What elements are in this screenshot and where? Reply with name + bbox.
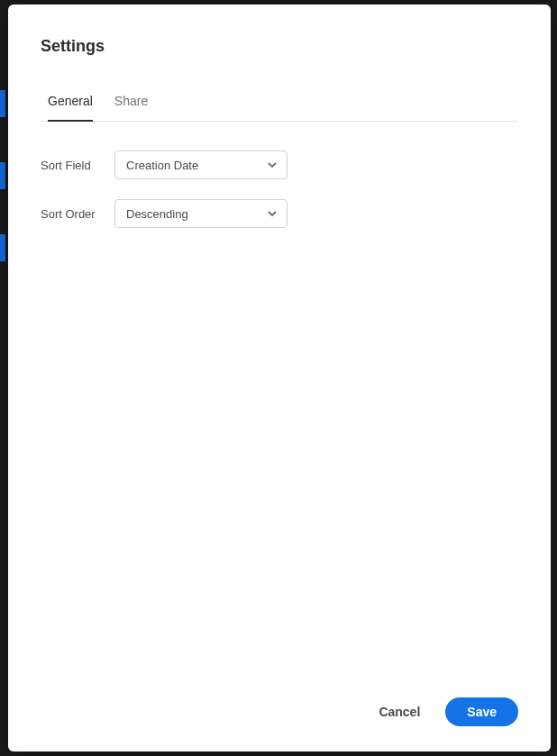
sort-order-label: Sort Order	[41, 207, 114, 221]
background-element	[0, 90, 5, 117]
sort-field-value: Creation Date	[126, 159, 198, 172]
form-row-sort-field: Sort Field Creation Date	[41, 150, 518, 179]
save-button[interactable]: Save	[445, 697, 518, 726]
chevron-down-icon	[267, 208, 278, 219]
sort-order-select[interactable]: Descending	[114, 199, 288, 228]
settings-dialog: Settings General Share Sort Field Creati…	[8, 5, 551, 751]
sort-order-value: Descending	[126, 207, 188, 221]
dialog-footer: Cancel Save	[41, 683, 518, 726]
tab-share[interactable]: Share	[114, 83, 148, 121]
background-element	[0, 234, 5, 261]
form-row-sort-order: Sort Order Descending	[41, 199, 518, 228]
chevron-down-icon	[267, 159, 278, 170]
sort-field-select[interactable]: Creation Date	[114, 150, 288, 179]
cancel-button[interactable]: Cancel	[373, 697, 425, 726]
dialog-title: Settings	[41, 37, 518, 56]
form-area: Sort Field Creation Date Sort Order Desc…	[41, 122, 518, 683]
sort-field-label: Sort Field	[41, 159, 114, 172]
tab-general-label: General	[48, 94, 93, 108]
background-element	[0, 162, 5, 189]
tabs-bar: General Share	[41, 83, 518, 122]
tab-share-label: Share	[114, 94, 148, 108]
tab-general[interactable]: General	[48, 83, 93, 121]
